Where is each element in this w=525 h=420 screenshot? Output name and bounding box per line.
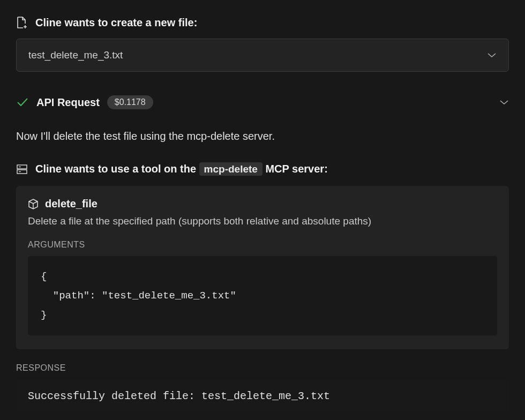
response-label: RESPONSE [16,363,509,373]
response-text: Successfully deleted file: test_delete_m… [16,380,509,412]
tool-use-header: Cline wants to use a tool on the mcp-del… [16,163,509,175]
new-file-icon [16,16,28,29]
tool-name-row: delete_file [28,198,497,210]
tool-use-suffix: MCP server: [262,163,328,175]
server-icon [16,163,28,175]
file-row[interactable]: test_delete_me_3.txt [16,39,509,72]
tool-description: Delete a file at the specified path (sup… [28,215,497,227]
mcp-server-name: mcp-delete [199,162,262,176]
api-request-title: API Request [36,96,100,109]
tool-name: delete_file [45,198,98,210]
chevron-down-icon[interactable] [499,99,509,106]
chevron-down-icon[interactable] [487,52,497,58]
tool-use-prefix: Cline wants to use a tool on the [35,163,199,175]
check-icon [16,97,29,108]
cost-badge: $0.1178 [107,95,153,109]
tool-panel: delete_file Delete a file at the specifi… [16,186,509,349]
create-file-header: Cline wants to create a new file: [16,16,509,29]
svg-rect-0 [17,165,27,169]
file-name: test_delete_me_3.txt [28,49,123,61]
create-file-title: Cline wants to create a new file: [35,17,197,29]
arguments-code: { "path": "test_delete_me_3.txt" } [28,256,497,335]
assistant-message: Now I'll delete the test file using the … [16,129,509,144]
arguments-label: ARGUMENTS [28,240,497,250]
tool-use-text: Cline wants to use a tool on the mcp-del… [35,163,328,175]
svg-rect-1 [17,170,27,174]
api-request-left: API Request $0.1178 [16,95,153,109]
cube-icon [28,198,39,210]
api-request-row[interactable]: API Request $0.1178 [16,95,509,109]
